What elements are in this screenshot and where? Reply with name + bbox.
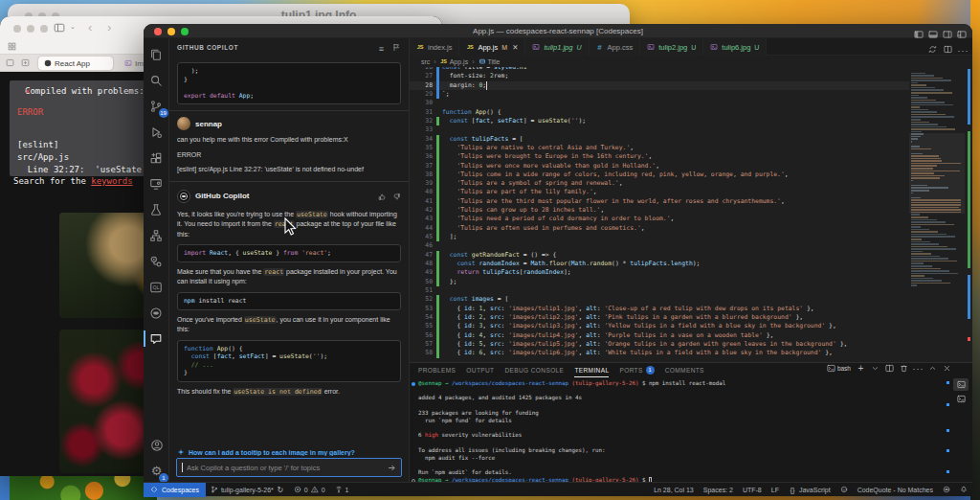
activity-debug[interactable] (147, 123, 166, 141)
new-tab-icon[interactable] (21, 58, 30, 67)
status-notifications[interactable] (955, 483, 972, 497)
line-number: 46 (410, 241, 433, 250)
minimap-slider[interactable] (909, 133, 965, 214)
suggested-question[interactable]: How can I add a tooltip to each image in… (177, 448, 403, 456)
more-button[interactable]: ··· (914, 364, 923, 373)
status-language-mode[interactable]: {}JavaScript (784, 483, 835, 497)
panel-tab-debug-console[interactable]: DEBUG CONSOLE (504, 363, 564, 377)
chev-up-button[interactable] (928, 364, 937, 373)
tab-overview-icon[interactable] (6, 58, 14, 67)
line-number: 38 (410, 170, 433, 179)
editor-tab-index.js[interactable]: JSindex.js (410, 38, 459, 56)
status-cursor-position[interactable]: Ln 28, Col 13 (649, 483, 699, 497)
code-editor[interactable]: 26const Title = styled.h1`27 font-size: … (410, 67, 909, 362)
chev-down-button[interactable] (871, 364, 880, 373)
status-remote-indicator[interactable]: Codespaces (144, 483, 206, 497)
panel-tab-comments[interactable]: COMMENTS (665, 363, 704, 377)
sidebar-toggle-icon[interactable] (54, 22, 65, 34)
error-close-icon[interactable]: ✕ (25, 86, 30, 96)
status-indentation[interactable]: Spaces: 2 (699, 483, 738, 497)
image-file-icon (647, 43, 655, 51)
git-gutter-added (436, 313, 439, 322)
breadcrumb-separator: › (434, 58, 435, 65)
command-decoration[interactable] (412, 382, 415, 386)
minimap[interactable] (909, 67, 965, 362)
code-line: 56 { id: 4, src: 'images/tulip4.jpg', al… (410, 331, 909, 340)
editor-tab-tulip2.jpg[interactable]: tulip2.jpgU (640, 38, 703, 56)
back-icon[interactable]: ‹ (88, 20, 92, 34)
git-gutter-added (436, 162, 439, 170)
thumbs-down-button[interactable] (392, 188, 401, 205)
keywords-link[interactable]: keywords (91, 176, 132, 186)
activity-search[interactable] (147, 71, 166, 89)
plus-button[interactable]: + (857, 364, 865, 373)
git-gutter-added (436, 152, 439, 161)
line-number: 42 (410, 206, 433, 215)
activity-codeql[interactable]: QL (147, 278, 166, 296)
activity-account[interactable] (147, 436, 166, 454)
tab-grid-icon[interactable] (8, 42, 16, 51)
vscode-window[interactable]: App.js — codespaces-react-sennap [Codesp… (144, 24, 972, 496)
activity-chat[interactable] (147, 330, 166, 348)
status-ports-forwarded[interactable]: 1 (330, 483, 354, 497)
activity-remote-explorer[interactable] (147, 174, 166, 193)
status-codequote[interactable]: CodeQuote - No Matches (853, 483, 938, 497)
line-number: 47 (410, 251, 433, 260)
editor-tab-tulip6.jpg[interactable]: tulip6.jpgU (703, 38, 767, 56)
chevron-down-icon[interactable]: ⌄ (70, 23, 76, 31)
thumb-down-icon (392, 193, 401, 201)
flag-button[interactable] (392, 38, 401, 56)
suggestion-text[interactable]: How can I add a tooltip to each image in… (189, 449, 355, 456)
copilot-panel-header: GITHUB COPILOT ≡ (169, 38, 409, 56)
status-git-branch[interactable]: tulip-gallery-5-26*↻ (206, 483, 289, 497)
panel-tab-output[interactable]: OUTPUT (466, 363, 494, 377)
codeql-icon: QL (149, 281, 163, 294)
list-button[interactable]: ≡ (377, 38, 386, 56)
panel-tab-terminal[interactable]: TERMINAL (574, 363, 609, 377)
breadcrumb-item[interactable]: src (421, 58, 430, 65)
remote-icon (150, 486, 158, 493)
status-feedback[interactable] (835, 483, 853, 497)
editor-tab-app.css[interactable]: #App.css (590, 38, 641, 56)
close-button[interactable] (13, 25, 21, 33)
split-editor-button[interactable] (885, 364, 894, 373)
terminal-session-bash[interactable] (953, 378, 969, 391)
panel-tab-ports[interactable]: PORTS1 (619, 363, 654, 377)
close-button[interactable] (943, 364, 951, 373)
terminal-button[interactable]: bash (827, 364, 851, 373)
error-line: src/App.js (17, 152, 69, 162)
terminal-session-bash[interactable] (953, 393, 969, 405)
status-eol[interactable]: LF (767, 483, 784, 497)
terminal-prompt-line: @sennap → /workspaces/codespaces-react-s… (418, 380, 725, 388)
activity-github-actions[interactable] (147, 252, 166, 270)
js-icon: JS (440, 57, 448, 65)
breadcrumb-item[interactable]: JSApp.js (440, 57, 468, 65)
zoom-button[interactable] (40, 25, 48, 33)
activity-copilot[interactable] (147, 304, 166, 322)
editor-tab-app.js[interactable]: JSApp.jsM✕ (459, 38, 525, 56)
status-label: Codespaces (162, 487, 199, 493)
activity-bar: 19QL (144, 38, 169, 482)
status-encoding[interactable]: UTF-8 (738, 483, 767, 497)
status-copilot-status[interactable] (938, 483, 955, 497)
browser-tab-react-app[interactable]: React App (38, 57, 113, 70)
minimize-button[interactable] (27, 25, 34, 33)
activity-files[interactable] (147, 45, 166, 63)
activity-source-control[interactable]: 19 (147, 97, 166, 115)
editor-tab-tulip1.jpg[interactable]: tulip1.jpgU (525, 38, 589, 56)
status-problems[interactable]: 00 (289, 483, 330, 497)
terminal[interactable]: @sennap → /workspaces/codespaces-react-s… (410, 377, 951, 482)
forward-icon[interactable]: › (107, 20, 111, 34)
chat-input[interactable] (187, 464, 384, 472)
close-tab-icon[interactable]: ✕ (512, 43, 518, 52)
send-icon[interactable] (388, 464, 396, 472)
panel-tab-problems[interactable]: PROBLEMS (418, 363, 456, 377)
activity-extensions[interactable] (147, 148, 166, 167)
activity-testing[interactable] (147, 200, 166, 218)
breadcrumb-item[interactable]: Title (479, 57, 501, 65)
chat-code-block: );} export default App; (177, 62, 401, 104)
trash-button[interactable] (900, 364, 908, 373)
thumbs-up-button[interactable] (378, 188, 387, 205)
activity-settings[interactable]: ⚙1 (147, 462, 166, 480)
activity-hierarchy[interactable] (147, 226, 166, 244)
